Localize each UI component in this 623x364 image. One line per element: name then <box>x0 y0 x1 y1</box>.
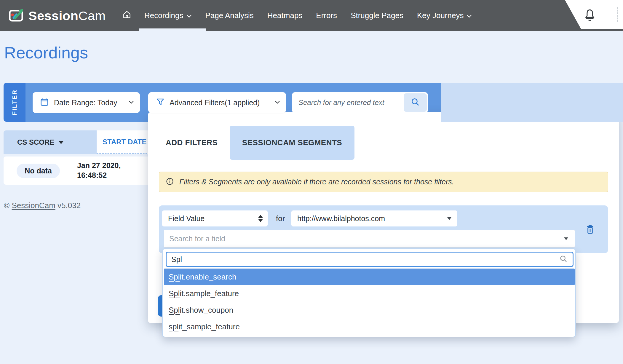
calendar-icon <box>40 97 49 108</box>
date-range-button[interactable]: Date Range: Today <box>33 92 140 113</box>
nav-active-indicator <box>139 28 206 31</box>
brand-logo[interactable]: SessionCam <box>8 7 106 25</box>
field-option[interactable]: Split.sample_feature <box>164 285 575 302</box>
nav-key-journeys-label: Key Journeys <box>417 11 464 20</box>
select-updown-icon <box>258 215 263 222</box>
table-row[interactable]: No data Jan 27 2020, 16:48:52 <box>4 157 169 185</box>
field-option[interactable]: split_sample_feature <box>164 318 575 335</box>
main-nav: Recordings Page Analysis Heatmaps Errors… <box>116 0 479 31</box>
field-search-select[interactable]: Search for a field <box>164 230 575 248</box>
field-filter-searchbox <box>166 252 574 267</box>
sort-desc-icon <box>58 141 64 144</box>
nav-struggle-pages-label: Struggle Pages <box>351 11 403 20</box>
search-button[interactable] <box>404 93 427 112</box>
chevron-down-icon <box>467 11 472 20</box>
site-select-value: http://www.bilalphotos.com <box>297 214 385 223</box>
start-date-cell: Jan 27 2020, 16:48:52 <box>77 161 121 180</box>
brand-wordmark: SessionCam <box>28 9 106 23</box>
filter-condition-row: Field Value for http://www.bilalphotos.c… <box>159 205 608 253</box>
notifications-bell-icon[interactable] <box>584 8 596 23</box>
start-date-header-label: START DATE <box>103 138 146 146</box>
cs-score-badge: No data <box>17 164 60 178</box>
nav-errors-label: Errors <box>316 11 337 20</box>
sessioncam-link[interactable]: SessionCam <box>12 201 55 210</box>
select-arrow-icon <box>447 217 451 220</box>
field-type-select[interactable]: Field Value <box>162 210 268 226</box>
text-search-field <box>292 92 428 113</box>
advanced-filters-button[interactable]: Advanced Filters(1 applied) <box>148 92 286 113</box>
text-search-input[interactable] <box>292 92 402 113</box>
filter-tab[interactable]: FILTER <box>4 83 25 122</box>
nav-heatmaps-label: Heatmaps <box>267 11 303 20</box>
home-icon <box>122 10 132 21</box>
nav-key-journeys[interactable]: Key Journeys <box>410 0 479 31</box>
field-option[interactable]: Split.enable_search <box>164 269 575 285</box>
sessioncam-logo-icon <box>8 7 25 25</box>
nav-page-analysis[interactable]: Page Analysis <box>199 0 261 31</box>
info-banner-text: Filters & Segments are only available if… <box>179 178 454 186</box>
chevron-down-icon <box>275 100 280 105</box>
topbar: SessionCam Recordings Page Analysis Heat… <box>0 0 623 31</box>
tab-add-filters[interactable]: ADD FILTERS <box>166 126 218 160</box>
field-options-list: Split.enable_searchSplit.sample_featureS… <box>164 269 575 335</box>
filter-bar-extension <box>441 83 623 122</box>
field-type-value: Field Value <box>168 214 205 223</box>
nav-struggle-pages[interactable]: Struggle Pages <box>344 0 410 31</box>
delete-filter-icon[interactable] <box>585 224 595 236</box>
field-filter-input[interactable] <box>167 253 559 266</box>
nav-page-analysis-label: Page Analysis <box>205 11 254 20</box>
nav-errors[interactable]: Errors <box>309 0 344 31</box>
info-banner: Filters & Segments are only available if… <box>159 172 608 192</box>
more-menu-icon[interactable] <box>617 7 618 22</box>
field-option[interactable]: Split.show_coupon <box>164 302 575 318</box>
nav-recordings-label: Recordings <box>144 11 183 20</box>
nav-recordings[interactable]: Recordings <box>138 0 199 31</box>
advanced-filters-label: Advanced Filters(1 applied) <box>170 98 260 107</box>
chevron-down-icon <box>186 11 192 20</box>
for-label: for <box>276 210 285 226</box>
site-select[interactable]: http://www.bilalphotos.com <box>291 210 457 226</box>
field-options-dropdown: Split.enable_searchSplit.sample_featureS… <box>162 248 576 337</box>
cs-score-header-label: CS SCORE <box>17 138 54 146</box>
chevron-down-icon <box>129 100 134 105</box>
page-title: Recordings <box>4 43 88 62</box>
copyright-footer: © SessionCam v5.032 <box>4 201 81 210</box>
nav-heatmaps[interactable]: Heatmaps <box>261 0 309 31</box>
info-icon <box>166 177 174 187</box>
nav-home[interactable] <box>116 0 138 31</box>
select-arrow-icon <box>564 237 568 240</box>
column-header-cs-score[interactable]: CS SCORE <box>4 130 97 154</box>
field-search-placeholder: Search for a field <box>169 234 225 243</box>
funnel-icon <box>156 98 165 108</box>
tab-sessioncam-segments[interactable]: SESSIONCAM SEGMENTS <box>230 126 354 160</box>
date-range-label: Date Range: Today <box>54 98 117 107</box>
search-icon <box>410 97 420 108</box>
filter-tab-label: FILTER <box>11 90 18 115</box>
search-icon <box>559 254 568 264</box>
